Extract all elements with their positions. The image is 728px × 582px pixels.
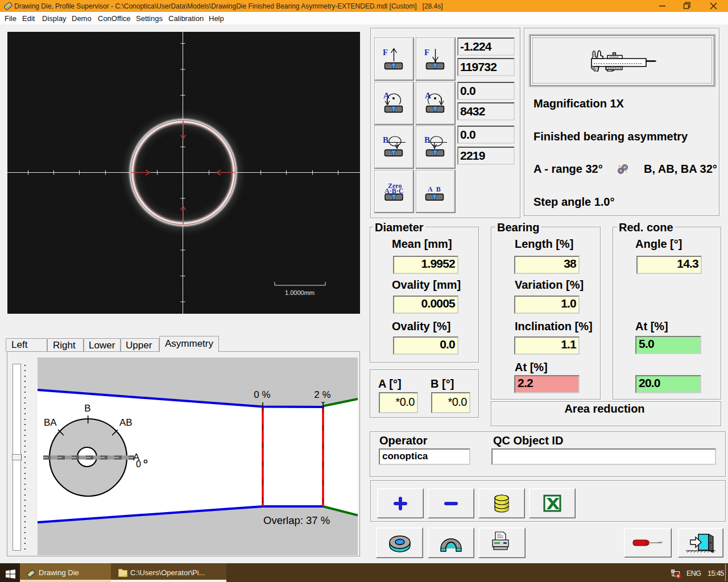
svg-text:Overlap: 37 %: Overlap: 37 % <box>263 514 330 526</box>
svg-text:F: F <box>424 48 429 57</box>
svg-text:A: A <box>383 91 390 100</box>
svg-text:0 %: 0 % <box>254 389 270 400</box>
svg-text:0: 0 <box>136 459 141 469</box>
svg-text:BA: BA <box>44 417 57 428</box>
svg-text:2 %: 2 % <box>314 389 330 400</box>
svg-text:B: B <box>424 135 430 144</box>
svg-text:1.0000mm: 1.0000mm <box>285 289 315 296</box>
svg-text:AB: AB <box>119 417 133 428</box>
svg-text:B: B <box>84 403 90 414</box>
svg-text:F: F <box>383 48 388 57</box>
svg-text:A B: A B <box>428 185 441 193</box>
svg-text:B: B <box>383 135 388 144</box>
